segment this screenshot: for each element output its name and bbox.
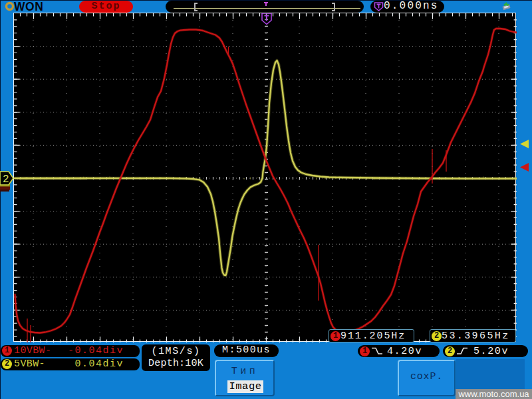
svg-text:WON: WON xyxy=(14,0,43,13)
svg-text:2: 2 xyxy=(3,174,9,186)
